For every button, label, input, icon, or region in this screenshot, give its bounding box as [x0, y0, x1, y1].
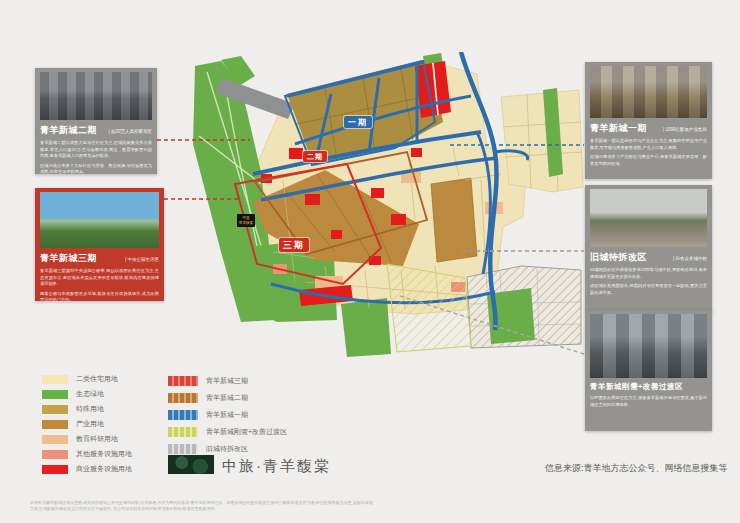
legend-row-zone-transition: 青羊新城刚需+改善过渡区	[168, 427, 287, 437]
legend-row-special: 特殊用地	[42, 404, 104, 414]
map-label-phase1-text: 一期	[348, 117, 368, 128]
legend-swatch-other-service	[42, 450, 68, 459]
panel-phase2: 青羊新城二期 | 超20万人高密聚居区 青羊新城二期以成熟大型居住社区为主,区域…	[35, 68, 157, 174]
disclaimer-text: 本资料为青羊新城区域示意图,相关内容根据公开信息整理绘制,仅供参考,不作为要约或…	[30, 500, 375, 513]
phase1-body: 青羊新城一期以总部经济与产业办公为主,聚集航空科技等产业集群,写字楼与商务配套成…	[590, 138, 707, 151]
legend-row-industry: 产业用地	[42, 419, 104, 429]
phase2-photo	[40, 72, 152, 120]
old-town-subtitle: | 仍有众多城中村	[673, 256, 707, 261]
legend-row-other-service: 其他服务设施用地	[42, 449, 132, 459]
panel-phase3: 青羊新城三期 | 中央公园生活区 青羊新城三期紧邻中央绿轴公园带,规划以低密改善…	[35, 188, 164, 301]
zone-overlay-transition	[387, 264, 471, 352]
legend-swatch-residential	[42, 375, 68, 384]
legend-label: 产业用地	[76, 419, 104, 429]
phase3-body: 青羊新城三期紧邻中央绿轴公园带,规划以低密改善住区为主,生态资源丰富,是区域未来…	[40, 268, 159, 288]
legend-row-zone-old-town: 旧城待拆改区	[168, 444, 248, 454]
legend-swatch-phase1	[168, 410, 198, 420]
legend-swatch-old-town	[168, 444, 198, 454]
phase3-subtitle: | 中央公园生活区	[125, 257, 159, 262]
legend-row-eco-green: 生态绿地	[42, 389, 104, 399]
legend-label: 特殊用地	[76, 404, 104, 414]
legend-row-residential: 二类住宅用地	[42, 374, 118, 384]
legend-label: 二类住宅用地	[76, 374, 118, 384]
legend-label: 商业服务设施用地	[76, 464, 132, 474]
legend-row-education: 教育科研用地	[42, 434, 118, 444]
phase2-title: 青羊新城二期	[40, 124, 97, 137]
panel-transition: 青羊新城刚需+改善过渡区 以刚需及改善型住区为主,承接青羊新城外溢居住需求,属于…	[585, 310, 712, 431]
old-town-title: 旧城待拆改区	[590, 251, 647, 264]
map-project-name-line2: 青羊馥棠	[239, 221, 253, 226]
map-east-parcels	[501, 90, 583, 192]
map-project-marker: 中旅 青羊馥棠	[237, 214, 255, 227]
brand-logo-text: 中旅·青羊馥棠	[222, 457, 331, 476]
legend-swatch-special	[42, 405, 68, 414]
transition-title: 青羊新城刚需+改善过渡区	[590, 382, 683, 392]
legend-row-zone-phase3: 青羊新城三期	[168, 376, 248, 386]
legend-swatch-phase2	[168, 393, 198, 403]
legend-label: 教育科研用地	[76, 434, 118, 444]
disclaimer-line2: 本公司保留对本资料的解释与修改权利,敬请留意最新资料。	[113, 506, 218, 511]
legend-label: 旧城待拆改区	[206, 444, 248, 454]
legend-swatch-education	[42, 435, 68, 444]
phase3-photo	[40, 192, 159, 248]
map-label-phase3-text: 三期	[283, 239, 305, 252]
phase1-title: 青羊新城一期	[590, 122, 647, 135]
legend-label: 生态绿地	[76, 389, 104, 399]
old-town-photo	[590, 189, 707, 247]
legend-swatch-business	[42, 465, 68, 474]
panel-phase1: 青羊新城一期 | 1000亿配套产业集群 青羊新城一期以总部经济与产业办公为主,…	[585, 62, 712, 179]
panel-old-town: 旧城待拆改区 | 仍有众多城中村 旧城待拆改区仍保留较多老旧院落与城中村,界面相…	[585, 185, 712, 312]
transition-body: 以刚需及改善型住区为主,承接青羊新城外溢居住需求,属于新旧城区之间的过渡地带。	[590, 395, 707, 408]
map-canvas	[165, 52, 585, 377]
legend-swatch-industry	[42, 420, 68, 429]
map-label-phase2-text: 二期	[307, 152, 323, 162]
phase1-photo	[590, 66, 707, 118]
map-label-phase2: 二期	[303, 151, 327, 162]
transition-photo	[590, 314, 707, 378]
phase2-subtitle: | 超20万人高密聚居区	[109, 129, 152, 134]
legend-label: 青羊新城三期	[206, 376, 248, 386]
legend-label: 其他服务设施用地	[76, 449, 132, 459]
legend-row-zone-phase2: 青羊新城二期	[168, 393, 248, 403]
legend-label: 青羊新城刚需+改善过渡区	[206, 427, 287, 437]
map-eco-green-bottom-center	[341, 298, 391, 357]
old-town-body: 旧城待拆改区仍保留较多老旧院落与城中村,界面相对老旧,未来将随城市更新逐步拆迁改…	[590, 267, 707, 280]
legend-swatch-eco-green	[42, 390, 68, 399]
map-industry-parcel-east	[431, 178, 477, 262]
legend-swatch-phase3	[168, 376, 198, 386]
phase3-body: 随着公园与市政配套逐步兑现,板块居住价值持续提升,成为改善置业的热门方向。	[40, 291, 159, 304]
map-label-phase1: 一期	[344, 116, 372, 128]
legend-label: 青羊新城一期	[206, 410, 248, 420]
source-note: 信息来源:青羊地方志公众号、网络信息搜集等	[545, 462, 728, 475]
phase1-subtitle: | 1000亿配套产业集群	[663, 127, 707, 132]
brand-logo-image	[168, 455, 214, 474]
map-label-phase3: 三期	[279, 238, 309, 252]
legend-label: 青羊新城二期	[206, 393, 248, 403]
legend-swatch-transition	[168, 427, 198, 437]
land-use-map: 一期 二期 三期 中旅 青羊馥棠	[165, 52, 585, 377]
old-town-body: 该区域改造周期较长,短期内对居住界面存在一定影响,需关注更新推进节奏。	[590, 283, 707, 296]
phase3-title: 青羊新城三期	[40, 252, 97, 265]
phase2-body: 青羊新城二期以成熟大型居住社区为主,区域内聚集众多品质楼盘,常住人口超20万,生…	[40, 140, 152, 160]
phase2-body: 区域沿线分布多个大型社区与学校、商业设施,居住氛围最为成熟,日常生活便利度高。	[40, 163, 152, 176]
legend-row-zone-phase1: 青羊新城一期	[168, 410, 248, 420]
phase1-body: 区域已建成多个产业园区与商业中心,是青羊新城发展最早、配套最完善的区域。	[590, 154, 707, 167]
legend-row-business: 商业服务设施用地	[42, 464, 132, 474]
